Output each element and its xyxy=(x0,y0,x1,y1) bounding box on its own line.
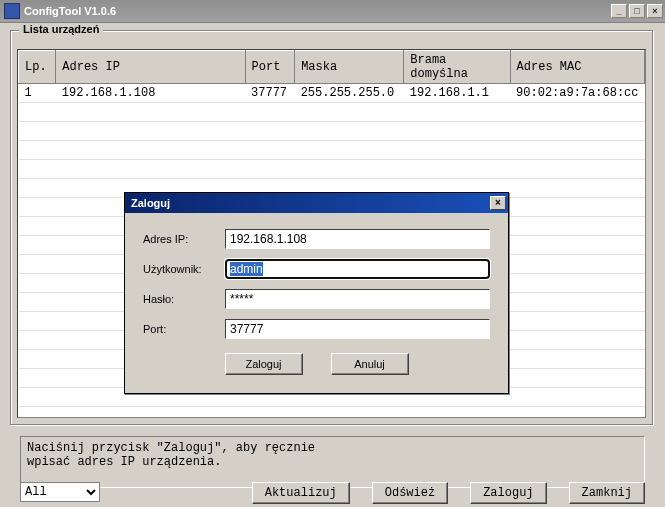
label-ip: Adres IP: xyxy=(143,233,225,245)
label-password: Hasło: xyxy=(143,293,225,305)
dialog-title: Zaloguj xyxy=(131,197,170,209)
dialog-close-button[interactable]: × xyxy=(490,196,506,210)
cell-lp: 1 xyxy=(19,84,56,103)
group-title: Lista urządzeń xyxy=(19,23,103,35)
maximize-button[interactable]: □ xyxy=(629,4,645,18)
ip-input[interactable] xyxy=(225,229,490,249)
port-input[interactable] xyxy=(225,319,490,339)
close-main-button[interactable]: Zamknij xyxy=(569,482,645,504)
refresh-button[interactable]: Odśwież xyxy=(372,482,448,504)
label-port: Port: xyxy=(143,323,225,335)
cell-port: 37777 xyxy=(245,84,295,103)
hint-box: Naciśnij przycisk "Zaloguj", aby ręcznie… xyxy=(20,436,645,488)
col-mac[interactable]: Adres MAC xyxy=(510,51,644,84)
titlebar: ConfigTool V1.0.6 _ □ × xyxy=(0,0,665,23)
filter-select[interactable]: All xyxy=(20,482,100,502)
hint-line2: wpisać adres IP urządzenia. xyxy=(27,455,638,469)
col-mask[interactable]: Maska xyxy=(295,51,404,84)
dialog-titlebar[interactable]: Zaloguj × xyxy=(125,193,508,213)
col-gw[interactable]: Brama domyślna xyxy=(404,51,510,84)
cell-gw: 192.168.1.1 xyxy=(404,84,510,103)
cell-ip: 192.168.1.108 xyxy=(56,84,245,103)
dialog-login-button[interactable]: Zaloguj xyxy=(225,353,303,375)
login-dialog: Zaloguj × Adres IP: Użytkownik: Hasło: P… xyxy=(124,192,509,394)
dialog-cancel-button[interactable]: Anuluj xyxy=(331,353,409,375)
bottom-row: All Aktualizuj Odśwież Zaloguj Zamknij xyxy=(20,482,645,504)
col-lp[interactable]: Lp. xyxy=(19,51,56,84)
col-ip[interactable]: Adres IP xyxy=(56,51,245,84)
label-user: Użytkownik: xyxy=(143,263,225,275)
window-title: ConfigTool V1.0.6 xyxy=(24,5,116,17)
table-row[interactable]: 1 192.168.1.108 37777 255.255.255.0 192.… xyxy=(19,84,645,103)
close-button[interactable]: × xyxy=(647,4,663,18)
window-buttons: _ □ × xyxy=(611,4,663,18)
col-port[interactable]: Port xyxy=(245,51,295,84)
user-input[interactable] xyxy=(225,259,490,279)
login-button[interactable]: Zaloguj xyxy=(470,482,546,504)
cell-mask: 255.255.255.0 xyxy=(295,84,404,103)
app-icon xyxy=(4,3,20,19)
hint-line1: Naciśnij przycisk "Zaloguj", aby ręcznie xyxy=(27,441,638,455)
password-input[interactable] xyxy=(225,289,490,309)
update-button[interactable]: Aktualizuj xyxy=(252,482,350,504)
cell-mac: 90:02:a9:7a:68:cc xyxy=(510,84,644,103)
minimize-button[interactable]: _ xyxy=(611,4,627,18)
